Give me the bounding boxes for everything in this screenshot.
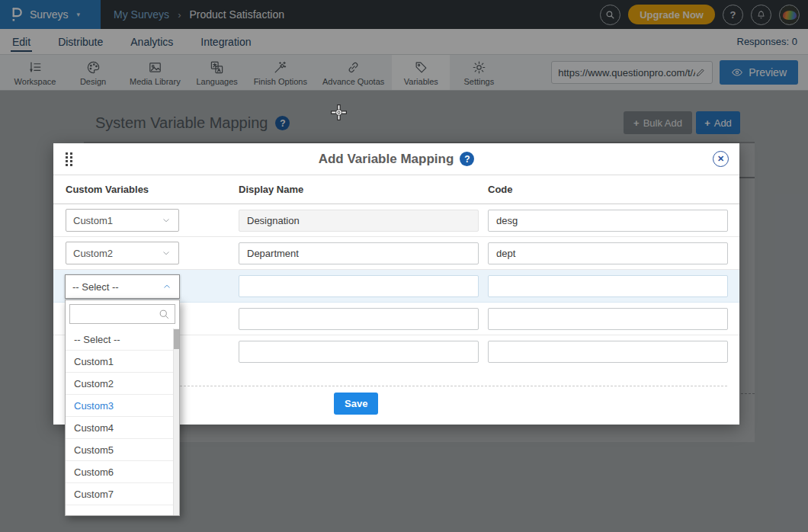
modal-header: Add Variable Mapping ? ✕ xyxy=(53,143,739,175)
dropdown-options-list: -- Select -- Custom1 Custom2 Custom3 Cus… xyxy=(66,328,173,515)
display-name-input-3[interactable] xyxy=(239,275,479,297)
variable-select-value: Custom2 xyxy=(73,248,113,259)
display-name-input-5[interactable] xyxy=(239,341,479,363)
code-input-5[interactable] xyxy=(488,341,728,363)
column-custom-variables: Custom Variables xyxy=(66,175,149,204)
dropdown-search-input[interactable] xyxy=(75,309,159,319)
chevron-down-icon xyxy=(161,248,172,258)
display-name-input-1[interactable] xyxy=(239,210,479,232)
modal-title: Add Variable Mapping xyxy=(319,152,454,167)
dropdown-option-custom6[interactable]: Custom6 xyxy=(66,461,173,483)
drag-handle-icon[interactable] xyxy=(66,152,72,166)
variable-select-1[interactable]: Custom1 xyxy=(66,209,179,232)
dropdown-option-custom5[interactable]: Custom5 xyxy=(66,439,173,461)
chevron-down-icon xyxy=(161,215,172,226)
dropdown-option-custom4[interactable]: Custom4 xyxy=(66,417,173,439)
dropdown-scrollbar-thumb[interactable] xyxy=(174,329,180,349)
dropdown-panel: -- Select -- Custom1 Custom2 Custom3 Cus… xyxy=(65,300,180,516)
variable-select-3[interactable]: -- Select -- xyxy=(65,274,180,299)
dropdown-option-custom3[interactable]: Custom3 xyxy=(66,395,173,417)
variable-select-value: Custom1 xyxy=(73,215,113,226)
app-window: Surveys ▾ My Surveys › Product Satisfact… xyxy=(0,0,808,532)
variable-dropdown-open: -- Select -- -- Select -- Custom1 Custom… xyxy=(65,274,180,516)
column-code: Code xyxy=(488,175,513,204)
code-input-4[interactable] xyxy=(488,308,728,330)
code-input-3[interactable] xyxy=(488,275,728,297)
search-icon xyxy=(159,309,170,320)
chevron-up-icon xyxy=(162,281,172,292)
save-button[interactable]: Save xyxy=(334,393,378,415)
display-name-input-4[interactable] xyxy=(239,308,479,330)
dropdown-option-custom2[interactable]: Custom2 xyxy=(66,373,173,395)
dropdown-option-custom1[interactable]: Custom1 xyxy=(66,351,173,373)
display-name-input-2[interactable] xyxy=(239,242,479,264)
variable-select-value: -- Select -- xyxy=(72,281,119,293)
mapping-row-1: Custom1 xyxy=(53,204,739,237)
code-input-2[interactable] xyxy=(488,242,728,264)
column-display-name: Display Name xyxy=(239,175,303,204)
mapping-row-2: Custom2 xyxy=(53,237,739,270)
dropdown-option-select[interactable]: -- Select -- xyxy=(66,328,173,351)
modal-help-icon[interactable]: ? xyxy=(460,152,474,166)
dropdown-scrollbar[interactable] xyxy=(173,328,179,515)
variable-select-2[interactable]: Custom2 xyxy=(66,242,179,264)
mapping-table-header: Custom Variables Display Name Code xyxy=(53,175,739,204)
code-input-1[interactable] xyxy=(488,210,728,232)
close-icon[interactable]: ✕ xyxy=(713,151,729,167)
dropdown-option-custom7[interactable]: Custom7 xyxy=(66,483,173,505)
dropdown-search-box xyxy=(69,304,175,324)
